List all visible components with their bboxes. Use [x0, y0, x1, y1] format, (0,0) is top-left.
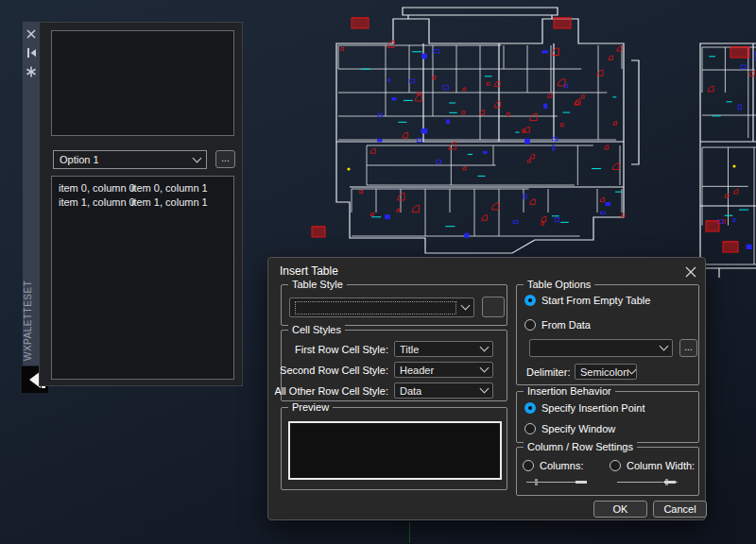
radio-label: Specify Insertion Point	[541, 402, 644, 414]
insertion-behavior-group: Insertion Behavior Specify Insertion Poi…	[516, 391, 699, 443]
second-row-style-label: Second Row Cell Style:	[280, 365, 388, 376]
list-item[interactable]: item 1, column 0 item 1, column 1	[59, 196, 230, 211]
other-row-style-dropdown[interactable]: Data	[394, 382, 493, 399]
list-cell: item 0, column 1	[131, 182, 208, 194]
cell-styles-group: Cell Styles First Row Cell Style: Title …	[281, 330, 507, 401]
column-row-settings-group: Column / Row Settings Columns: Column Wi…	[516, 447, 699, 496]
cad-cursor-line	[409, 522, 410, 543]
table-style-group: Table Style	[281, 284, 507, 326]
chevron-down-icon	[627, 366, 637, 375]
chevron-down-icon	[660, 342, 669, 351]
list-item[interactable]: item 0, column 0 item 0, column 1	[59, 182, 230, 196]
radio-icon	[524, 423, 536, 434]
second-row-style-value: Header	[400, 365, 434, 376]
columns-slider[interactable]	[526, 478, 587, 485]
other-row-style-label: All Other Row Cell Style:	[275, 385, 388, 397]
close-icon[interactable]	[684, 265, 697, 279]
insert-table-dialog: Insert Table Table Style Cell Styles Fir…	[267, 257, 706, 520]
list-cell: item 1, column 0	[59, 196, 135, 208]
radio-icon	[610, 460, 621, 471]
focus-rect	[295, 301, 456, 314]
chevron-down-icon	[193, 153, 202, 162]
radio-label: Column Width:	[627, 460, 695, 471]
ok-button[interactable]: OK	[593, 501, 647, 518]
table-options-group: Table Options Start From Empty Table Fro…	[516, 284, 699, 385]
palette-title: WXPALETTESET	[23, 189, 39, 361]
chevron-down-icon	[480, 384, 490, 394]
radio-label: Specify Window	[541, 423, 615, 434]
radio-start-empty-table[interactable]: Start From Empty Table	[524, 295, 650, 306]
group-label: Table Options	[524, 279, 594, 291]
cancel-button[interactable]: Cancel	[653, 501, 707, 518]
palette-item-list[interactable]: item 0, column 0 item 0, column 1 item 1…	[51, 176, 234, 380]
chevron-down-icon	[480, 364, 490, 373]
first-row-style-label: First Row Cell Style:	[295, 344, 388, 355]
group-label: Insertion Behavior	[524, 385, 615, 398]
dialog-title: Insert Table	[280, 264, 338, 278]
palette-browse-button[interactable]: ...	[215, 150, 235, 168]
palette-option-value: Option 1	[60, 154, 99, 165]
delimiter-label: Delimiter:	[526, 366, 570, 378]
slider-cap	[664, 481, 676, 484]
group-label: Cell Styles	[288, 324, 345, 336]
palette-upper-listbox[interactable]	[51, 30, 234, 136]
radio-specify-window[interactable]: Specify Window	[524, 423, 615, 434]
group-label: Table Style	[288, 279, 347, 291]
second-row-style-dropdown[interactable]: Header	[394, 362, 493, 378]
radio-columns[interactable]: Columns:	[523, 460, 583, 471]
radio-from-data[interactable]: From Data	[524, 319, 591, 331]
first-row-style-dropdown[interactable]: Title	[394, 341, 493, 357]
table-style-dropdown[interactable]	[289, 298, 474, 317]
cad-drawing-right	[696, 36, 756, 278]
radio-icon	[524, 295, 536, 306]
properties-icon[interactable]	[26, 66, 37, 77]
first-row-style-value: Title	[400, 344, 419, 355]
table-style-launch-button[interactable]	[482, 297, 505, 317]
list-cell: item 0, column 0	[59, 182, 135, 194]
data-source-dropdown[interactable]	[529, 339, 673, 357]
application-window: WXPALETTESET Option 1 ... item 0, column…	[0, 0, 756, 544]
list-cell: item 1, column 1	[131, 196, 208, 208]
radio-specify-insertion-point[interactable]: Specify Insertion Point	[524, 402, 644, 414]
floor-plan-right	[696, 36, 756, 278]
palette-option-dropdown[interactable]: Option 1	[53, 150, 207, 169]
column-width-slider[interactable]	[617, 478, 678, 485]
radio-icon	[524, 319, 536, 331]
radio-column-width[interactable]: Column Width:	[610, 460, 695, 471]
delimiter-dropdown[interactable]: Semicolon	[575, 364, 637, 380]
palette-panel: Option 1 ... item 0, column 0 item 0, co…	[39, 22, 243, 386]
preview-box	[288, 421, 502, 480]
slider-thumb[interactable]	[535, 479, 538, 485]
auto-hide-icon[interactable]	[26, 47, 37, 59]
group-label: Preview	[288, 401, 333, 414]
preview-group: Preview	[281, 407, 507, 490]
delimiter-value: Semicolon	[580, 366, 628, 378]
other-row-style-value: Data	[400, 385, 421, 397]
radio-label: From Data	[541, 319, 591, 331]
data-source-browse-button[interactable]: ...	[679, 339, 697, 357]
close-icon[interactable]	[26, 28, 37, 40]
radio-label: Start From Empty Table	[541, 295, 650, 306]
group-label: Column / Row Settings	[524, 441, 637, 453]
chevron-down-icon	[461, 301, 471, 311]
radio-label: Columns:	[540, 460, 583, 471]
cad-drawing-main	[310, 2, 658, 263]
radio-icon	[524, 402, 536, 414]
chevron-down-icon	[480, 343, 490, 352]
slider-cap	[576, 481, 587, 484]
floor-plan-main	[310, 2, 658, 263]
radio-icon	[523, 460, 534, 471]
